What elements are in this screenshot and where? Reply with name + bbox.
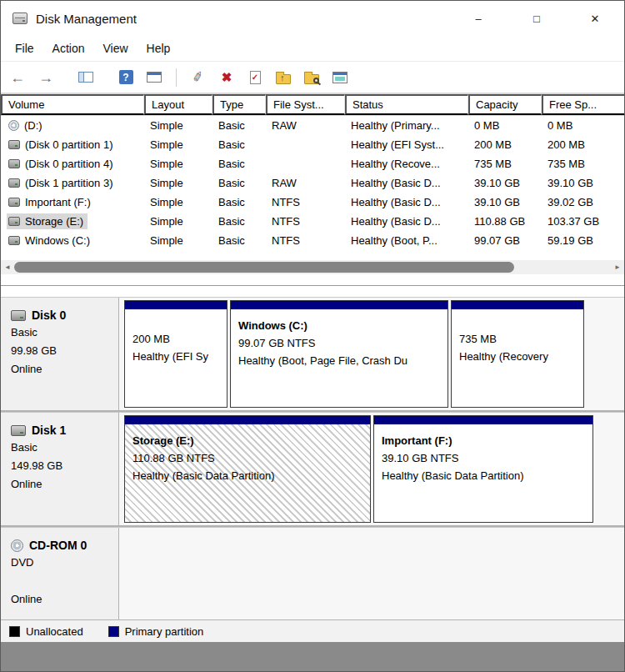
cdrom-0-label[interactable]: CD-ROM 0 DVD Online — [1, 528, 119, 619]
wand-icon[interactable]: ✐ — [187, 66, 210, 89]
volume-cell: Important (F:) — [1, 194, 144, 210]
volume-table: (D:) Simple Basic RAW Healthy (Primary..… — [1, 116, 624, 255]
status-cell: Healthy (Basic D... — [345, 196, 468, 208]
console-screen-icon[interactable] — [328, 66, 352, 89]
cd-icon — [8, 120, 19, 131]
partition-title: Windows (C:) — [238, 317, 440, 334]
selected-volume-highlight: Storage (E:) — [7, 213, 88, 229]
column-header-capacity[interactable]: Capacity — [468, 94, 542, 115]
delete-volume-icon[interactable]: ✖ — [215, 66, 238, 89]
legend-item-unallocated: Unallocated — [9, 625, 83, 638]
table-row-d[interactable]: (D:) Simple Basic RAW Healthy (Primary..… — [1, 116, 624, 135]
layout-cell: Simple — [144, 234, 212, 247]
table-row-important-f[interactable]: Important (F:) Simple Basic NTFS Healthy… — [1, 193, 624, 212]
drive-icon — [8, 198, 20, 207]
minimize-button[interactable]: – — [449, 1, 508, 36]
cdrom-0-row: CD-ROM 0 DVD Online — [1, 527, 624, 619]
partition-storage-e[interactable]: Storage (E:) 110.88 GB NTFS Healthy (Bas… — [124, 415, 371, 523]
forward-icon[interactable]: → — [34, 66, 58, 89]
column-header-type[interactable]: Type — [212, 94, 266, 115]
legend: Unallocated Primary partition — [1, 619, 624, 642]
drive-icon — [8, 159, 20, 168]
column-header-file-system[interactable]: File Syst... — [266, 94, 345, 115]
disk-status: Online — [11, 363, 113, 377]
partition-status: Healthy (EFI Sy — [132, 348, 219, 365]
properties-window-icon[interactable] — [142, 66, 166, 89]
partition-title: Storage (E:) — [132, 432, 362, 449]
filesystem-cell: RAW — [266, 119, 345, 132]
type-cell: Basic — [212, 138, 266, 151]
partition-size: 735 MB — [459, 330, 576, 348]
checklist-icon[interactable]: ✓ — [243, 66, 267, 89]
column-header-status[interactable]: Status — [345, 94, 468, 115]
partition-size: 110.88 GB NTFS — [132, 449, 362, 467]
disk-size: 99.98 GB — [11, 344, 113, 359]
unallocated-swatch — [9, 626, 20, 637]
partition-size: 39.10 GB NTFS — [382, 449, 585, 467]
type-cell: Basic — [212, 158, 266, 170]
disk-type: DVD — [11, 556, 113, 570]
partition-recovery[interactable]: 735 MB Healthy (Recovery — [451, 300, 584, 408]
column-header-volume[interactable]: Volume — [1, 94, 144, 115]
primary-partition-swatch — [108, 626, 119, 637]
drive-icon — [8, 236, 20, 245]
maximize-button[interactable]: □ — [508, 1, 566, 36]
disk-management-window: Disk Management – □ ✕ File Action View H… — [0, 0, 625, 672]
capacity-cell: 99.07 GB — [468, 234, 542, 247]
partition-efi-system[interactable]: 200 MB Healthy (EFI Sy — [124, 300, 228, 408]
drive-icon — [8, 140, 20, 149]
table-row-disk1-partition3[interactable]: (Disk 1 partition 3) Simple Basic RAW He… — [1, 173, 624, 193]
scroll-right-arrow[interactable]: ► — [611, 263, 624, 271]
disk-1-label[interactable]: Disk 1 Basic 149.98 GB Online — [1, 413, 119, 525]
partition-status: Healthy (Recovery — [459, 348, 576, 365]
menu-item-view[interactable]: View — [93, 38, 137, 58]
volume-cell: (D:) — [1, 118, 144, 133]
table-row-windows-c[interactable]: Windows (C:) Simple Basic NTFS Healthy (… — [1, 231, 624, 250]
horizontal-scrollbar[interactable]: ◄ ► — [1, 260, 624, 274]
table-row-storage-e[interactable]: Storage (E:) Simple Basic NTFS Healthy (… — [1, 212, 624, 231]
status-cell: Healthy (Boot, P... — [345, 234, 468, 247]
capacity-cell: 0 MB — [468, 119, 542, 132]
help-icon[interactable]: ? — [114, 66, 138, 89]
close-button[interactable]: ✕ — [566, 1, 624, 36]
disk-management-app-icon — [12, 13, 28, 24]
disk-0-label[interactable]: Disk 0 Basic 99.98 GB Online — [1, 298, 119, 410]
partition-size: 200 MB — [132, 330, 219, 348]
table-row-disk0-partition1[interactable]: (Disk 0 partition 1) Simple Basic Health… — [1, 135, 624, 154]
cdrom-0-media-area[interactable] — [119, 528, 624, 619]
disk-size: 149.98 GB — [11, 459, 113, 474]
partition-status: Healthy (Basic Data Partition) — [132, 467, 362, 484]
freespace-cell: 200 MB — [542, 138, 624, 151]
type-cell: Basic — [212, 119, 266, 132]
scrollbar-track[interactable] — [14, 260, 611, 274]
partition-color-bar — [125, 416, 370, 424]
legend-item-primary-partition: Primary partition — [108, 625, 204, 638]
explore-folder-icon[interactable] — [300, 66, 323, 89]
open-folder-icon[interactable]: ↑ — [272, 66, 295, 89]
partition-windows-c[interactable]: Windows (C:) 99.07 GB NTFS Healthy (Boot… — [230, 300, 448, 408]
disk-type: Basic — [11, 441, 113, 455]
toolbar: ← → ? ✐ ✖ ✓ ↑ — [1, 62, 624, 93]
column-header-layout[interactable]: Layout — [144, 94, 212, 115]
menu-item-help[interactable]: Help — [138, 38, 180, 58]
freespace-cell: 39.02 GB — [542, 196, 624, 208]
console-tree-icon[interactable] — [74, 66, 98, 89]
partition-important-f[interactable]: Important (F:) 39.10 GB NTFS Healthy (Ba… — [373, 415, 593, 523]
disk-1-row: Disk 1 Basic 149.98 GB Online Storage (E… — [1, 412, 624, 527]
menu-item-file[interactable]: File — [6, 38, 43, 58]
layout-cell: Simple — [144, 196, 212, 208]
disk-0-row: Disk 0 Basic 99.98 GB Online 200 MB Heal… — [1, 297, 624, 412]
back-icon[interactable]: ← — [6, 66, 29, 89]
column-header-free-space[interactable]: Free Sp... — [542, 94, 624, 115]
window-title: Disk Management — [36, 12, 137, 26]
disk-status: Online — [11, 478, 113, 492]
volume-cell: (Disk 1 partition 3) — [1, 175, 144, 191]
menu-item-action[interactable]: Action — [43, 38, 94, 58]
disk-type: Basic — [11, 326, 113, 340]
freespace-cell: 39.10 GB — [542, 177, 624, 189]
table-row-disk0-partition4[interactable]: (Disk 0 partition 4) Simple Basic Health… — [1, 154, 624, 173]
layout-cell: Simple — [144, 177, 212, 189]
scrollbar-thumb[interactable] — [14, 262, 514, 273]
disk-name: Disk 0 — [32, 308, 66, 322]
scroll-left-arrow[interactable]: ◄ — [1, 263, 14, 271]
